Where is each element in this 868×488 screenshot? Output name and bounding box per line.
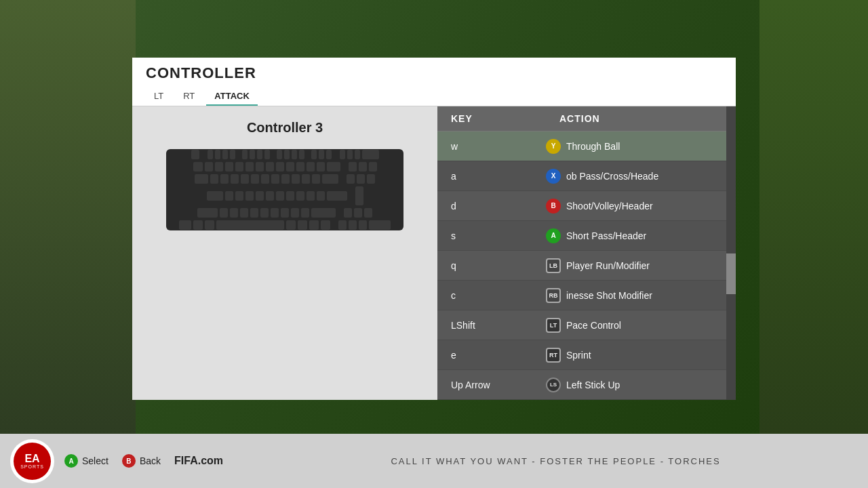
scrollbar[interactable]: [726, 106, 736, 400]
key-name: q: [451, 260, 546, 271]
ea-logo-inner: EA SPORTS: [14, 443, 51, 480]
hint-back: B Back: [122, 454, 161, 468]
panel-body: Controller 3: [132, 106, 736, 400]
action-cell: A Short Pass/Header: [546, 228, 722, 243]
panel-title: CONTROLLER: [146, 64, 722, 82]
hint-badge-a: A: [64, 454, 78, 468]
bg-right: [760, 0, 868, 488]
action-cell: LS Left Stick Up: [546, 378, 722, 392]
action-cell: B Shoot/Volley/Header: [546, 199, 722, 214]
btn-badge-rb: RB: [546, 288, 561, 303]
binding-row[interactable]: LShift LT Pace Control: [437, 310, 736, 340]
kb-row-4: [207, 186, 363, 205]
button-hints: A Select B Back: [64, 454, 161, 468]
binding-row[interactable]: a X ob Pass/Cross/Heade: [437, 161, 736, 191]
ea-sports-text: SPORTS: [20, 464, 44, 469]
btn-badge-lb: LB: [546, 258, 561, 273]
action-name: Sprint: [566, 350, 591, 361]
binding-row[interactable]: w Y Through Ball: [437, 131, 736, 161]
bottom-bar: EA SPORTS A Select B Back FIFA.com CALL …: [0, 434, 868, 488]
binding-row[interactable]: c RB inesse Shot Modifier: [437, 281, 736, 310]
btn-badge-ls: LS: [546, 378, 561, 392]
action-cell: RB inesse Shot Modifier: [546, 288, 722, 303]
btn-badge-y: Y: [546, 139, 561, 154]
action-name: Through Ball: [566, 141, 620, 152]
kb-row-3: [195, 174, 375, 184]
ea-logo: EA SPORTS: [10, 439, 54, 483]
controller-section: Controller 3: [132, 106, 437, 400]
action-cell: RT Sprint: [546, 348, 722, 363]
col-key-header: KEY: [451, 113, 559, 124]
panel-header: CONTROLLER LT RT ATTACK: [132, 58, 736, 106]
col-action-header: ACTION: [559, 113, 722, 124]
hint-label-back: Back: [140, 455, 161, 466]
btn-badge-rt: RT: [546, 348, 561, 363]
binding-row[interactable]: d B Shoot/Volley/Header: [437, 191, 736, 221]
btn-badge-b: B: [546, 199, 561, 214]
action-name: inesse Shot Modifier: [566, 290, 652, 301]
table-body: w Y Through Ball a X ob Pass/Cross/Heade: [437, 131, 736, 400]
action-cell: LB Player Run/Modifier: [546, 258, 722, 273]
tab-attack[interactable]: ATTACK: [206, 87, 258, 106]
kb-row-5: [197, 208, 372, 218]
action-name: Pace Control: [566, 320, 621, 331]
key-name: s: [451, 230, 546, 241]
bg-left: [0, 0, 136, 488]
key-name: LShift: [451, 320, 546, 331]
table-header: KEY ACTION: [437, 106, 736, 131]
action-cell: LT Pace Control: [546, 318, 722, 333]
key-name: c: [451, 290, 546, 301]
kb-row-1: [191, 150, 379, 159]
binding-row[interactable]: q LB Player Run/Modifier: [437, 251, 736, 281]
btn-badge-x: X: [546, 169, 561, 184]
action-name: ob Pass/Cross/Heade: [566, 171, 658, 182]
fifa-com-label: FIFA.com: [174, 455, 223, 467]
hint-label-select: Select: [82, 455, 108, 466]
keyboard-illustration: [166, 149, 403, 230]
tab-lt[interactable]: LT: [146, 87, 172, 106]
panel-tabs: LT RT ATTACK: [146, 87, 722, 106]
key-name: e: [451, 350, 546, 361]
binding-row[interactable]: s A Short Pass/Header: [437, 221, 736, 251]
kb-row-2: [193, 162, 377, 171]
tab-rt[interactable]: RT: [175, 87, 203, 106]
action-cell: Y Through Ball: [546, 139, 722, 154]
key-name: a: [451, 171, 546, 182]
key-name: w: [451, 141, 546, 152]
kb-row-6: [179, 220, 391, 230]
ticker-text: CALL IT WHAT YOU WANT - FOSTER THE PEOPL…: [243, 456, 868, 466]
key-name: d: [451, 201, 546, 211]
btn-badge-a: A: [546, 228, 561, 243]
key-name: Up Arrow: [451, 380, 546, 390]
main-panel: CONTROLLER LT RT ATTACK Controller 3: [132, 58, 736, 400]
hint-select: A Select: [64, 454, 108, 468]
action-name: Short Pass/Header: [566, 230, 646, 241]
action-name: Left Stick Up: [566, 380, 620, 390]
bindings-section: KEY ACTION w Y Through Ball a X: [437, 106, 736, 400]
btn-badge-lt: LT: [546, 318, 561, 333]
controller-name: Controller 3: [247, 120, 323, 136]
action-name: Player Run/Modifier: [566, 260, 650, 271]
ea-text: EA: [24, 453, 39, 464]
binding-row[interactable]: Up Arrow LS Left Stick Up: [437, 370, 736, 400]
action-name: Shoot/Volley/Header: [566, 201, 653, 211]
binding-row[interactable]: e RT Sprint: [437, 340, 736, 370]
scrollbar-thumb: [726, 253, 736, 294]
action-cell: X ob Pass/Cross/Heade: [546, 169, 722, 184]
hint-badge-b: B: [122, 454, 136, 468]
